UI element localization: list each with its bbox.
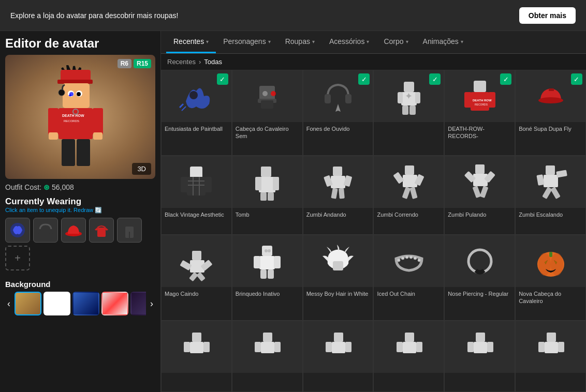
svg-point-101	[397, 259, 400, 262]
item-label-1: Entusiasta de Paintball	[162, 122, 231, 137]
bg-thumb-blue[interactable]	[72, 292, 99, 315]
svg-point-104	[409, 255, 413, 259]
grid-item-24[interactable]	[515, 321, 586, 392]
redraw-link[interactable]: Redraw 🔄	[74, 207, 102, 213]
grid-item-2[interactable]: Cabeça do Cavaleiro Sem	[232, 70, 303, 156]
cw-item-4[interactable]	[89, 218, 114, 243]
grid-item-11[interactable]: Zumbi Pulando	[444, 156, 515, 234]
cw-item-1[interactable]	[5, 218, 30, 243]
grid-item-21[interactable]	[303, 321, 374, 392]
right-panel: Recentes ▾ Personagens ▾ Roupas ▾ Acessó…	[160, 31, 586, 392]
svg-point-105	[414, 257, 417, 260]
grid-item-9[interactable]: Zumbi Andando	[303, 156, 374, 234]
breadcrumb-parent[interactable]: Recentes	[167, 58, 196, 66]
item-label-19	[162, 373, 231, 380]
obter-mais-button[interactable]: Obter mais	[519, 7, 576, 24]
svg-rect-135	[487, 342, 493, 352]
currently-wearing: Currently Wearing Click an item to unequ…	[5, 197, 155, 275]
grid-item-6[interactable]: ✓ Boné Supa Dupa Fly	[515, 70, 586, 156]
item-label-3: Fones de Ouvido	[303, 122, 373, 137]
item-label-2: Cabeça do Cavaleiro Sem	[232, 122, 302, 144]
badge-r15: R15	[134, 59, 151, 68]
item-img-7	[162, 156, 231, 208]
item-img-17	[445, 235, 515, 287]
item-img-13	[162, 235, 231, 287]
svg-rect-54	[181, 177, 188, 192]
tab-personagens[interactable]: Personagens ▾	[216, 31, 278, 53]
svg-rect-29	[261, 100, 273, 109]
svg-rect-38	[402, 105, 408, 115]
item-img-15	[303, 235, 373, 287]
item-img-3: ✓	[303, 70, 373, 122]
svg-rect-131	[416, 342, 422, 352]
svg-rect-86	[192, 251, 201, 260]
tab-acessorios[interactable]: Acessórios ▾	[322, 31, 376, 53]
cw-item-5[interactable]	[117, 218, 142, 243]
svg-rect-118	[184, 342, 190, 352]
svg-rect-72	[402, 187, 411, 199]
bg-arrow-right[interactable]: ›	[148, 298, 155, 309]
tab-roupas[interactable]: Roupas ▾	[278, 31, 322, 53]
grid-item-16[interactable]: Iced Out Chain	[373, 235, 444, 321]
cw-item-add[interactable]: +	[5, 246, 30, 270]
avatar-figure: ✦ DEATH ROW RECORDS	[39, 65, 122, 169]
grid-item-12[interactable]: Zumbi Escalando	[515, 156, 586, 234]
svg-rect-91	[196, 272, 206, 281]
svg-rect-60	[260, 192, 267, 201]
grid-item-1[interactable]: ✓ Entusiasta de Paintball	[161, 70, 232, 156]
svg-rect-70	[393, 172, 404, 184]
grid-item-18[interactable]: Nova Cabeça do Cavaleiro	[515, 235, 586, 321]
grid-item-17[interactable]: Nose Piercing - Regular	[444, 235, 515, 321]
item-label-15: Messy Boy Hair in White	[303, 287, 373, 301]
page-title: Editor de avatar	[5, 36, 155, 51]
svg-rect-138	[538, 342, 545, 352]
tab-corpo[interactable]: Corpo ▾	[376, 31, 415, 53]
avatar-3d-button[interactable]: 3D	[132, 163, 151, 175]
bg-thumb-dark[interactable]	[130, 292, 146, 315]
bg-thumb-phone[interactable]	[101, 292, 128, 315]
bg-thumb-gold[interactable]	[14, 292, 41, 315]
grid-item-7[interactable]: Black Vintage Aesthetic	[161, 156, 232, 234]
bg-arrow-left[interactable]: ‹	[5, 298, 12, 309]
bg-title: Background	[5, 280, 155, 289]
item-img-5: DEATH ROW RECORDS ✓	[445, 70, 515, 122]
grid-item-19[interactable]	[161, 321, 232, 392]
svg-rect-15	[62, 139, 75, 166]
grid-item-23[interactable]	[444, 321, 515, 392]
item-label-4	[374, 122, 444, 129]
grid-item-5[interactable]: DEATH ROW RECORDS ✓ DEATH-ROW-RECORDS-	[444, 70, 515, 156]
tab-recentes[interactable]: Recentes ▾	[166, 31, 216, 53]
grid-item-14[interactable]: Brinquedo Inativo	[232, 235, 303, 321]
svg-rect-84	[542, 187, 552, 199]
grid-item-10[interactable]: Zumbi Correndo	[373, 156, 444, 234]
tab-animacoes[interactable]: Animações ▾	[416, 31, 471, 53]
grid-item-13[interactable]: Mago Caindo	[161, 235, 232, 321]
item-label-22	[374, 373, 444, 380]
svg-point-107	[468, 250, 491, 273]
svg-rect-66	[331, 188, 338, 199]
banner-text: Explore a loja do avatar para descobrir …	[10, 11, 179, 20]
item-img-4: ✓ ✦	[374, 70, 444, 122]
bg-thumbs	[14, 292, 146, 315]
svg-rect-56	[261, 167, 271, 177]
tab-roupas-label: Roupas	[285, 37, 310, 46]
grid-item-22[interactable]	[373, 321, 444, 392]
cw-item-3[interactable]	[61, 218, 86, 243]
item-label-6: Boné Supa Dupa Fly	[516, 122, 585, 137]
avatar-svg: ✦ DEATH ROW RECORDS	[39, 65, 122, 169]
svg-rect-74	[475, 164, 485, 174]
cw-item-2[interactable]	[33, 218, 58, 243]
grid-item-15[interactable]: Messy Boy Hair in White	[303, 235, 374, 321]
cw-title: Currently Wearing	[5, 197, 155, 207]
item-star-4: ✦	[405, 91, 413, 102]
cw-subtitle-text: Click an item to unequip it.	[5, 207, 72, 213]
grid-item-4[interactable]: ✓ ✦	[373, 70, 444, 156]
grid-item-3[interactable]: ✓ Fones de Ouvido	[303, 70, 374, 156]
bg-thumb-white[interactable]	[43, 292, 70, 315]
grid-item-8[interactable]: Tomb	[232, 156, 303, 234]
grid-item-20[interactable]	[232, 321, 303, 392]
item-check-6: ✓	[571, 73, 582, 85]
item-img-23	[445, 321, 515, 373]
svg-text:✦: ✦	[68, 93, 72, 98]
item-label-23	[445, 373, 515, 380]
